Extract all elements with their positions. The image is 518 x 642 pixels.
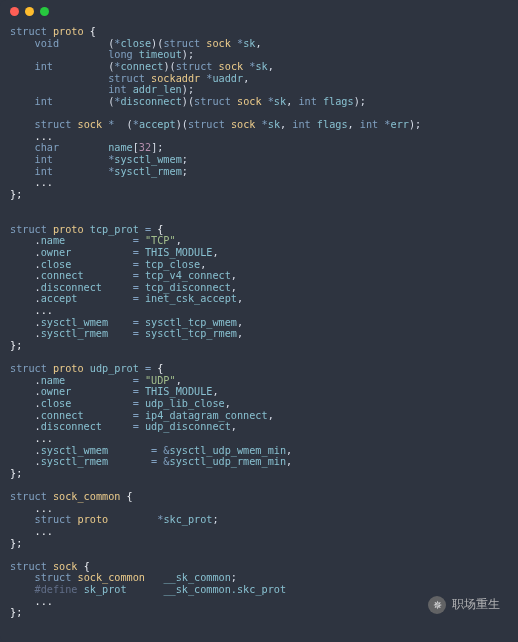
zoom-icon[interactable] bbox=[40, 7, 49, 16]
minimize-icon[interactable] bbox=[25, 7, 34, 16]
close-icon[interactable] bbox=[10, 7, 19, 16]
wechat-icon: ✵ bbox=[428, 596, 446, 614]
code-block: struct proto { void (*close)(struct sock… bbox=[0, 22, 518, 629]
titlebar bbox=[0, 0, 518, 22]
id-proto: proto bbox=[53, 26, 84, 37]
kw-struct: struct bbox=[10, 26, 47, 37]
code-window: { "chart_data": { "type": "table", "titl… bbox=[0, 0, 518, 642]
watermark: ✵ 职场重生 bbox=[428, 596, 500, 614]
watermark-label: 职场重生 bbox=[452, 598, 500, 612]
